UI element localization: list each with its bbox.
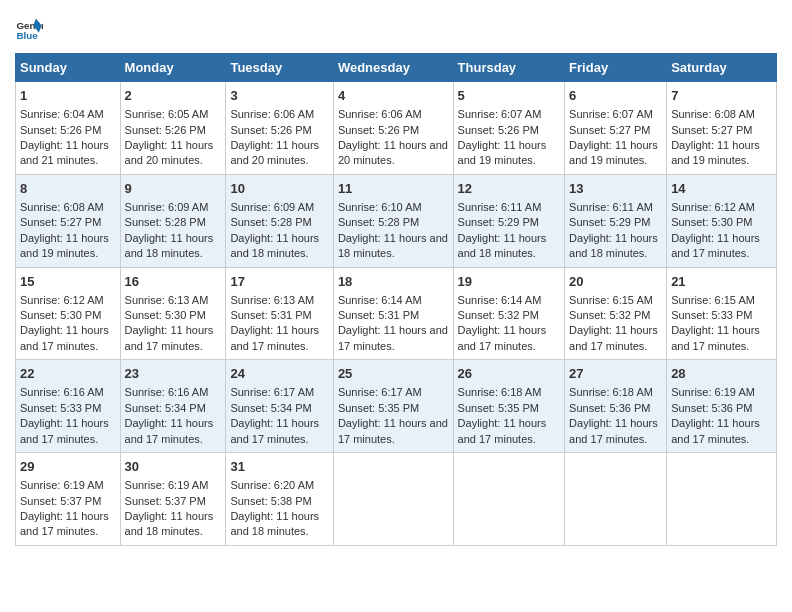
calendar-cell: 10 Sunrise: 6:09 AM Sunset: 5:28 PM Dayl… <box>226 174 333 267</box>
day-number: 22 <box>20 365 116 383</box>
day-number: 14 <box>671 180 772 198</box>
calendar-cell: 6 Sunrise: 6:07 AM Sunset: 5:27 PM Dayli… <box>565 82 667 175</box>
day-number: 23 <box>125 365 222 383</box>
sunset-text: Sunset: 5:28 PM <box>338 216 419 228</box>
logo: General Blue <box>15 15 47 43</box>
sunrise-text: Sunrise: 6:15 AM <box>671 294 755 306</box>
day-number: 20 <box>569 273 662 291</box>
day-number: 17 <box>230 273 328 291</box>
day-number: 9 <box>125 180 222 198</box>
daylight-text: Daylight: 11 hours and 18 minutes. <box>230 232 319 259</box>
calendar-cell <box>565 453 667 546</box>
sunset-text: Sunset: 5:32 PM <box>569 309 650 321</box>
sunrise-text: Sunrise: 6:13 AM <box>125 294 209 306</box>
daylight-text: Daylight: 11 hours and 17 minutes. <box>125 417 214 444</box>
sunrise-text: Sunrise: 6:07 AM <box>458 108 542 120</box>
calendar-cell: 26 Sunrise: 6:18 AM Sunset: 5:35 PM Dayl… <box>453 360 565 453</box>
day-number: 18 <box>338 273 449 291</box>
calendar-cell: 15 Sunrise: 6:12 AM Sunset: 5:30 PM Dayl… <box>16 267 121 360</box>
sunrise-text: Sunrise: 6:11 AM <box>569 201 653 213</box>
sunset-text: Sunset: 5:36 PM <box>671 402 752 414</box>
day-number: 10 <box>230 180 328 198</box>
calendar-cell: 12 Sunrise: 6:11 AM Sunset: 5:29 PM Dayl… <box>453 174 565 267</box>
sunset-text: Sunset: 5:26 PM <box>20 124 101 136</box>
day-number: 2 <box>125 87 222 105</box>
sunrise-text: Sunrise: 6:11 AM <box>458 201 542 213</box>
daylight-text: Daylight: 11 hours and 19 minutes. <box>671 139 760 166</box>
sunrise-text: Sunrise: 6:17 AM <box>338 386 422 398</box>
calendar-cell: 2 Sunrise: 6:05 AM Sunset: 5:26 PM Dayli… <box>120 82 226 175</box>
day-number: 4 <box>338 87 449 105</box>
sunrise-text: Sunrise: 6:17 AM <box>230 386 314 398</box>
day-number: 30 <box>125 458 222 476</box>
daylight-text: Daylight: 11 hours and 18 minutes. <box>230 510 319 537</box>
calendar-week-row: 15 Sunrise: 6:12 AM Sunset: 5:30 PM Dayl… <box>16 267 777 360</box>
daylight-text: Daylight: 11 hours and 19 minutes. <box>569 139 658 166</box>
day-number: 21 <box>671 273 772 291</box>
sunrise-text: Sunrise: 6:08 AM <box>671 108 755 120</box>
sunset-text: Sunset: 5:37 PM <box>20 495 101 507</box>
day-number: 7 <box>671 87 772 105</box>
calendar-cell: 19 Sunrise: 6:14 AM Sunset: 5:32 PM Dayl… <box>453 267 565 360</box>
sunrise-text: Sunrise: 6:07 AM <box>569 108 653 120</box>
day-number: 19 <box>458 273 561 291</box>
sunrise-text: Sunrise: 6:06 AM <box>338 108 422 120</box>
sunset-text: Sunset: 5:30 PM <box>20 309 101 321</box>
daylight-text: Daylight: 11 hours and 20 minutes. <box>230 139 319 166</box>
day-number: 11 <box>338 180 449 198</box>
daylight-text: Daylight: 11 hours and 19 minutes. <box>458 139 547 166</box>
day-number: 5 <box>458 87 561 105</box>
sunrise-text: Sunrise: 6:19 AM <box>20 479 104 491</box>
daylight-text: Daylight: 11 hours and 17 minutes. <box>671 232 760 259</box>
sunrise-text: Sunrise: 6:14 AM <box>338 294 422 306</box>
calendar-cell: 9 Sunrise: 6:09 AM Sunset: 5:28 PM Dayli… <box>120 174 226 267</box>
daylight-text: Daylight: 11 hours and 17 minutes. <box>569 417 658 444</box>
daylight-text: Daylight: 11 hours and 18 minutes. <box>458 232 547 259</box>
day-number: 15 <box>20 273 116 291</box>
calendar-cell: 14 Sunrise: 6:12 AM Sunset: 5:30 PM Dayl… <box>667 174 777 267</box>
sunrise-text: Sunrise: 6:09 AM <box>230 201 314 213</box>
day-number: 27 <box>569 365 662 383</box>
sunset-text: Sunset: 5:28 PM <box>230 216 311 228</box>
day-number: 3 <box>230 87 328 105</box>
calendar-table: SundayMondayTuesdayWednesdayThursdayFrid… <box>15 53 777 546</box>
sunset-text: Sunset: 5:36 PM <box>569 402 650 414</box>
sunset-text: Sunset: 5:33 PM <box>20 402 101 414</box>
daylight-text: Daylight: 11 hours and 17 minutes. <box>671 417 760 444</box>
calendar-header-row: SundayMondayTuesdayWednesdayThursdayFrid… <box>16 54 777 82</box>
calendar-cell: 31 Sunrise: 6:20 AM Sunset: 5:38 PM Dayl… <box>226 453 333 546</box>
sunset-text: Sunset: 5:30 PM <box>125 309 206 321</box>
sunset-text: Sunset: 5:30 PM <box>671 216 752 228</box>
daylight-text: Daylight: 11 hours and 17 minutes. <box>20 417 109 444</box>
daylight-text: Daylight: 11 hours and 17 minutes. <box>458 417 547 444</box>
sunset-text: Sunset: 5:35 PM <box>338 402 419 414</box>
calendar-cell: 28 Sunrise: 6:19 AM Sunset: 5:36 PM Dayl… <box>667 360 777 453</box>
calendar-cell: 23 Sunrise: 6:16 AM Sunset: 5:34 PM Dayl… <box>120 360 226 453</box>
calendar-cell: 8 Sunrise: 6:08 AM Sunset: 5:27 PM Dayli… <box>16 174 121 267</box>
calendar-header-wednesday: Wednesday <box>333 54 453 82</box>
calendar-header-saturday: Saturday <box>667 54 777 82</box>
calendar-header-tuesday: Tuesday <box>226 54 333 82</box>
calendar-header-thursday: Thursday <box>453 54 565 82</box>
daylight-text: Daylight: 11 hours and 17 minutes. <box>230 324 319 351</box>
day-number: 8 <box>20 180 116 198</box>
sunset-text: Sunset: 5:33 PM <box>671 309 752 321</box>
calendar-cell <box>667 453 777 546</box>
sunrise-text: Sunrise: 6:04 AM <box>20 108 104 120</box>
sunset-text: Sunset: 5:28 PM <box>125 216 206 228</box>
sunrise-text: Sunrise: 6:06 AM <box>230 108 314 120</box>
sunset-text: Sunset: 5:29 PM <box>458 216 539 228</box>
sunset-text: Sunset: 5:27 PM <box>20 216 101 228</box>
sunset-text: Sunset: 5:37 PM <box>125 495 206 507</box>
sunset-text: Sunset: 5:35 PM <box>458 402 539 414</box>
daylight-text: Daylight: 11 hours and 17 minutes. <box>338 324 448 351</box>
calendar-week-row: 22 Sunrise: 6:16 AM Sunset: 5:33 PM Dayl… <box>16 360 777 453</box>
sunset-text: Sunset: 5:26 PM <box>230 124 311 136</box>
sunrise-text: Sunrise: 6:09 AM <box>125 201 209 213</box>
day-number: 24 <box>230 365 328 383</box>
daylight-text: Daylight: 11 hours and 19 minutes. <box>20 232 109 259</box>
sunset-text: Sunset: 5:34 PM <box>125 402 206 414</box>
day-number: 1 <box>20 87 116 105</box>
daylight-text: Daylight: 11 hours and 18 minutes. <box>125 510 214 537</box>
daylight-text: Daylight: 11 hours and 18 minutes. <box>569 232 658 259</box>
